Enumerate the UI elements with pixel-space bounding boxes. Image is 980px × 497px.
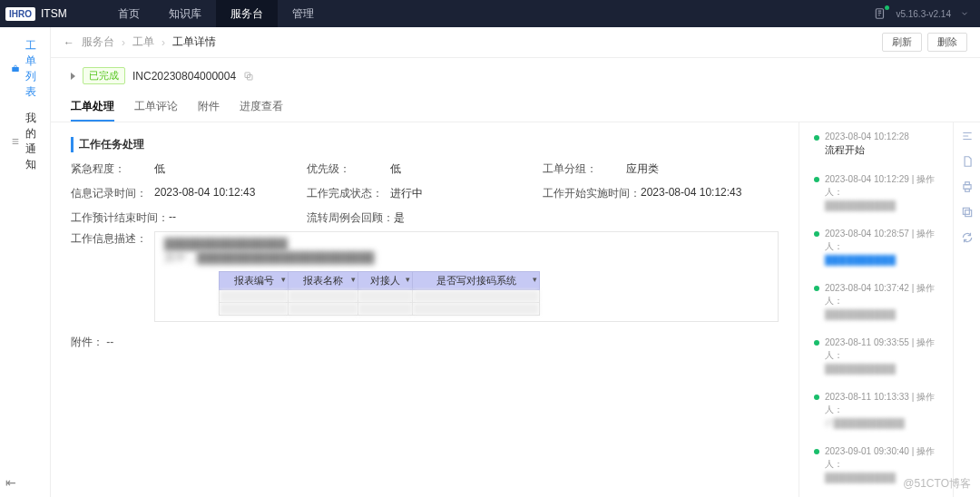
logo: IHRO: [5, 7, 35, 21]
svg-rect-4: [963, 185, 970, 190]
detail-panel: 工作任务处理 紧急程度：低 优先级：低 工单分组：应用类 信息记录时间：2023…: [51, 122, 799, 497]
timeline-item: 2023-08-04 10:37:42 | 操作人：██████████: [814, 282, 942, 320]
nav-kb[interactable]: 知识库: [154, 0, 216, 27]
th-report-no[interactable]: 报表编号▾: [220, 272, 289, 290]
nav-admin[interactable]: 管理: [278, 0, 328, 27]
attach-label: 附件：: [71, 336, 103, 348]
right-rail: [953, 122, 980, 497]
flowback-label: 流转周例会回顾：: [307, 210, 394, 226]
category-label: 工单分组：: [543, 161, 626, 177]
delete-button[interactable]: 删除: [927, 33, 967, 52]
timeline-item: 2023-08-11 09:33:55 | 操作人：██████████: [814, 336, 942, 375]
back-icon[interactable]: ←: [64, 36, 74, 49]
refresh-button[interactable]: 刷新: [882, 33, 922, 52]
dropdown-icon[interactable]: ▾: [281, 275, 286, 284]
timeline-detail: ██████████: [825, 309, 942, 320]
svg-rect-1: [12, 67, 19, 72]
timeline-time: 2023-08-04 10:12:28: [825, 132, 942, 141]
urgency-value: 低: [154, 161, 165, 177]
copy-rail-icon[interactable]: [961, 206, 974, 219]
embedded-table: 报表编号▾ 报表名称▾ 对接人▾ 是否写对接码系统▾: [219, 271, 540, 316]
timeline-item: 2023-08-04 10:28:57 | 操作人：██████████: [814, 228, 942, 266]
dropdown-icon[interactable]: ▾: [533, 275, 537, 284]
timeline-title: 流程开始: [825, 143, 942, 157]
tab-process[interactable]: 工单处理: [71, 93, 114, 122]
crumb-servicedesk[interactable]: 服务台: [82, 34, 114, 50]
sidebar-item-label: 我的通知: [25, 111, 39, 172]
timeline-link[interactable]: ██████████: [825, 255, 942, 266]
timeline-detail: IT██████████: [825, 418, 942, 429]
nav-home[interactable]: 首页: [103, 0, 154, 27]
th-system[interactable]: 是否写对接码系统▾: [413, 272, 540, 290]
timeline-time: 2023-08-04 10:12:29 | 操作人：: [825, 173, 942, 199]
svg-rect-8: [963, 208, 969, 214]
status-badge: 已完成: [83, 67, 125, 84]
sidebar-item-tickets[interactable]: 工单列表: [0, 33, 50, 105]
timeline-time: 2023-08-04 10:37:42 | 操作人：: [825, 282, 942, 307]
svg-rect-5: [965, 182, 969, 185]
desc-label: 工作信息描述：: [71, 231, 154, 247]
tab-comments[interactable]: 工单评论: [134, 93, 178, 122]
category-value: 应用类: [626, 161, 659, 177]
user-menu-chevron-icon[interactable]: [960, 9, 969, 18]
estend-value: --: [169, 210, 176, 226]
timeline-item: 2023-08-11 10:13:33 | 操作人：IT██████████: [814, 391, 942, 429]
brand-name: ITSM: [41, 7, 67, 20]
notification-icon[interactable]: [874, 7, 887, 20]
version-text: v5.16.3-v2.14: [896, 9, 951, 19]
table-row: [220, 290, 540, 303]
starttime-label: 工作开始实施时间：: [543, 186, 641, 201]
slider-icon[interactable]: [961, 130, 974, 142]
watermark: @51CTO博客: [903, 476, 971, 492]
sidebar-item-label: 工单列表: [25, 38, 39, 100]
recordtime-label: 信息记录时间：: [71, 186, 154, 201]
timeline-item: 2023-08-04 10:12:29 | 操作人：██████████: [814, 173, 942, 211]
timeline-detail: ██████████: [825, 364, 942, 375]
timeline-time: 2023-08-11 09:33:55 | 操作人：: [825, 336, 942, 362]
starttime-value: 2023-08-04 10:12:43: [641, 186, 741, 201]
th-contact[interactable]: 对接人▾: [358, 272, 413, 290]
estend-label: 工作预计结束时间：: [71, 210, 169, 226]
attach-value: --: [106, 336, 113, 348]
svg-rect-6: [965, 189, 969, 191]
table-row: [220, 303, 540, 316]
tabs: 工单处理 工单评论 附件 进度查看: [51, 93, 980, 122]
tab-progress[interactable]: 进度查看: [240, 93, 283, 122]
ticket-id: INC20230804000004: [132, 70, 236, 83]
timeline-time: 2023-09-01 09:30:40 | 操作人：: [825, 445, 942, 471]
timeline-time: 2023-08-11 10:13:33 | 操作人：: [825, 391, 942, 416]
priority-label: 优先级：: [307, 161, 390, 177]
crumb-tickets[interactable]: 工单: [132, 34, 154, 50]
workstatus-value: 进行中: [390, 186, 423, 201]
document-icon[interactable]: [961, 155, 974, 168]
sidebar: 工单列表 我的通知: [0, 27, 51, 497]
crumb-current: 工单详情: [172, 34, 216, 50]
refresh-rail-icon[interactable]: [961, 231, 974, 244]
desc-line1: ████████████████: [164, 238, 769, 250]
tab-attachments[interactable]: 附件: [198, 93, 220, 122]
svg-rect-7: [965, 210, 971, 217]
sidebar-collapse-icon[interactable]: ⇤: [5, 475, 16, 490]
sidebar-item-notify[interactable]: 我的通知: [0, 105, 50, 178]
caret-right-icon[interactable]: [71, 73, 75, 80]
copy-icon[interactable]: [243, 71, 254, 82]
priority-value: 低: [390, 161, 401, 177]
urgency-label: 紧急程度：: [71, 161, 154, 177]
timeline: 2023-08-04 10:12:28流程开始2023-08-04 10:12:…: [799, 122, 953, 497]
timeline-detail: ██████████: [825, 200, 942, 211]
timeline-time: 2023-08-04 10:28:57 | 操作人：: [825, 228, 942, 253]
workstatus-label: 工作完成状态：: [307, 186, 390, 201]
th-report-name[interactable]: 报表名称▾: [289, 272, 358, 290]
print-icon[interactable]: [961, 180, 974, 193]
desc-line2: 其中，███████████████████████: [164, 251, 375, 264]
desc-box: ████████████████ 其中，████████████████████…: [154, 231, 779, 322]
top-nav: IHRO ITSM 首页 知识库 服务台 管理 v5.16.3-v2.14: [0, 0, 980, 27]
nav-servicedesk[interactable]: 服务台: [216, 0, 278, 27]
breadcrumb: ← 服务台 › 工单 › 工单详情 刷新 删除: [51, 27, 980, 58]
list-icon: [11, 137, 20, 146]
section-title: 工作任务处理: [71, 137, 779, 152]
recordtime-value: 2023-08-04 10:12:43: [154, 186, 255, 201]
dropdown-icon[interactable]: ▾: [351, 275, 356, 284]
dropdown-icon[interactable]: ▾: [406, 275, 410, 284]
flowback-value: 是: [394, 210, 405, 226]
